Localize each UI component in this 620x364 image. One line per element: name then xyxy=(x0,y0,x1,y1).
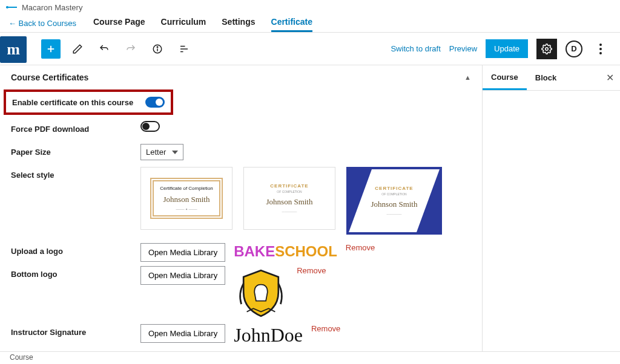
remove-top-logo-link[interactable]: Remove xyxy=(346,243,375,252)
enable-certificate-toggle[interactable] xyxy=(145,97,165,108)
cert-thumb-sub: OF COMPLETION xyxy=(371,192,418,197)
certificate-style-1[interactable]: Certificate of Completion Johnson Smith … xyxy=(140,167,232,230)
cert-thumb-title: Certificate of Completion xyxy=(160,185,213,192)
tab-course-page[interactable]: Course Page xyxy=(93,15,145,32)
distraction-free-button[interactable]: D xyxy=(566,41,582,57)
collapse-panel-icon[interactable]: ▲ xyxy=(464,74,471,81)
enable-certificate-highlight: Enable certificate on this course xyxy=(4,89,173,115)
undo-icon[interactable] xyxy=(94,39,114,59)
svg-point-13 xyxy=(599,52,602,54)
tab-settings[interactable]: Settings xyxy=(222,15,255,32)
cert-thumb-title: CERTIFICATE xyxy=(266,183,313,189)
paper-size-select[interactable]: Letter xyxy=(140,144,183,160)
tab-certificate[interactable]: Certificate xyxy=(271,15,312,32)
header-tabs: Course Page Curriculum Settings Certific… xyxy=(93,15,312,32)
force-pdf-toggle[interactable] xyxy=(140,121,160,132)
back-to-courses-link[interactable]: ← Back to Courses xyxy=(8,19,76,28)
breadcrumb-bar: Course xyxy=(0,351,620,364)
svg-point-6 xyxy=(157,46,158,47)
remove-signature-link[interactable]: Remove xyxy=(311,324,340,333)
instructor-signature-label: Instructor Signature xyxy=(11,324,140,337)
tab-curriculum[interactable]: Curriculum xyxy=(161,15,206,32)
upload-logo-media-button[interactable]: Open Media Library xyxy=(140,243,225,262)
cert-thumb-name: Johnson Smith xyxy=(266,197,313,207)
add-block-button[interactable] xyxy=(41,39,61,59)
paper-size-value: Letter xyxy=(146,148,166,157)
select-style-label: Select style xyxy=(11,167,140,180)
preview-button[interactable]: Preview xyxy=(449,44,477,53)
top-logo-preview: BAKESCHOOL xyxy=(234,243,337,260)
panel-title: Course Certificates xyxy=(11,73,88,82)
sidebar-tab-course[interactable]: Course xyxy=(483,65,527,90)
force-pdf-label: Force PDF download xyxy=(11,121,140,134)
edit-icon[interactable] xyxy=(68,39,87,59)
settings-gear-button[interactable] xyxy=(536,39,557,59)
remove-bottom-logo-link[interactable]: Remove xyxy=(297,266,326,275)
outline-icon[interactable] xyxy=(174,39,194,59)
svg-point-10 xyxy=(546,47,549,50)
svg-point-11 xyxy=(599,44,602,46)
update-button[interactable]: Update xyxy=(486,39,528,58)
close-sidebar-icon[interactable]: ✕ xyxy=(606,72,614,83)
more-options-icon[interactable] xyxy=(591,39,610,59)
cert-thumb-name: Johnson Smith xyxy=(371,199,418,210)
editor-toolbar: Switch to draft Preview Update D xyxy=(0,33,620,65)
main-panel: Course Certificates ▲ Enable certificate… xyxy=(0,65,482,351)
svg-point-1 xyxy=(6,6,8,8)
signature-preview: JohnDoe xyxy=(234,324,303,346)
sidebar-panel: Course Block ✕ xyxy=(482,65,620,351)
enable-certificate-label: Enable certificate on this course xyxy=(12,98,142,107)
cert-thumb-sub: OF COMPLETION xyxy=(266,190,313,194)
breadcrumb[interactable]: Course xyxy=(10,353,33,362)
top-header: ← Back to Courses Course Page Curriculum… xyxy=(0,15,620,33)
switch-to-draft-button[interactable]: Switch to draft xyxy=(391,44,440,53)
bottom-logo-preview xyxy=(234,266,288,320)
certificate-style-3[interactable]: CERTIFICATE OF COMPLETION Johnson Smith … xyxy=(346,167,442,235)
signature-media-button[interactable]: Open Media Library xyxy=(140,324,225,343)
bottom-logo-media-button[interactable]: Open Media Library xyxy=(140,266,225,285)
redo-icon[interactable] xyxy=(121,39,140,59)
wordpress-mini-logo xyxy=(6,4,17,10)
svg-point-12 xyxy=(599,48,602,50)
certificate-style-2[interactable]: CERTIFICATE OF COMPLETION Johnson Smith … xyxy=(243,167,335,230)
info-icon[interactable] xyxy=(148,39,167,59)
page-title: Macaron Mastery xyxy=(22,3,82,12)
upload-logo-label: Upload a logo xyxy=(11,243,140,256)
cert-thumb-title: CERTIFICATE xyxy=(371,185,418,192)
bottom-logo-label: Bottom logo xyxy=(11,266,140,279)
paper-size-label: Paper Size xyxy=(11,144,140,157)
chevron-down-icon xyxy=(172,151,178,154)
cert-thumb-name: Johnson Smith xyxy=(160,194,213,205)
sidebar-tab-block[interactable]: Block xyxy=(527,65,565,90)
brand-logo[interactable]: m xyxy=(0,36,27,63)
